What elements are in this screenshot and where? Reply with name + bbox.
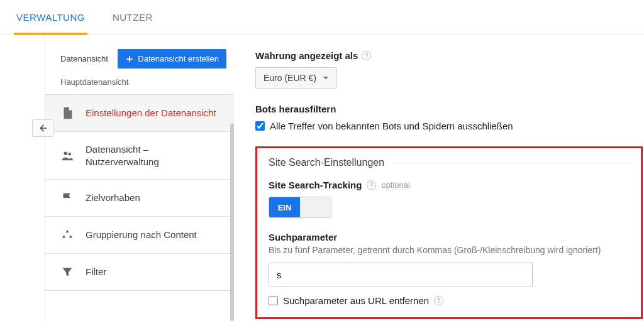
search-param-input[interactable]: [269, 263, 533, 286]
site-search-fieldset-title: Site Search-Einstellungen: [269, 157, 384, 168]
flag-icon: [60, 191, 74, 205]
tab-admin[interactable]: VERWALTUNG: [16, 0, 85, 35]
divider: [393, 163, 630, 163]
tab-users[interactable]: NUTZER: [113, 0, 153, 35]
top-tabs: VERWALTUNG NUTZER: [0, 0, 644, 35]
create-view-button-label: Datenansicht erstellen: [138, 54, 219, 63]
nav-item-view-settings[interactable]: Einstellungen der Datenansicht: [45, 95, 234, 132]
svg-point-0: [64, 151, 68, 155]
nav-item-label: Filter: [86, 266, 106, 278]
nav-item-label: Zielvorhaben: [86, 192, 140, 204]
search-param-hint: Bis zu fünf Parameter, getrennt durch Ko…: [269, 245, 630, 255]
nav-item-goals[interactable]: Zielvorhaben: [45, 180, 234, 217]
site-search-tracking-label: Site Search-Tracking: [269, 180, 362, 190]
bots-heading: Bots herausfiltern: [255, 104, 336, 114]
sidebar-nav: Einstellungen der Datenansicht Datenansi…: [45, 95, 234, 291]
left-gutter: [0, 35, 45, 321]
bots-checkbox-row[interactable]: Alle Treffer von bekannten Bots und Spid…: [255, 121, 644, 131]
help-icon[interactable]: ?: [362, 51, 371, 60]
create-view-button[interactable]: Datenansicht erstellen: [118, 49, 226, 68]
sidebar: Datenansicht Datenansicht erstellen Haup…: [45, 35, 234, 321]
nav-item-content-grouping[interactable]: Gruppierung nach Content: [45, 217, 234, 254]
site-search-highlight: Site Search-Einstellungen Site Search-Tr…: [255, 146, 643, 319]
currency-dropdown-value: Euro (EUR €): [264, 73, 316, 83]
plus-icon: [125, 55, 134, 63]
optional-badge: optional: [381, 180, 410, 190]
funnel-icon: [60, 265, 74, 279]
nav-item-label: Gruppierung nach Content: [86, 229, 197, 241]
currency-section: Währung angezeigt als ? Euro (EUR €): [255, 50, 644, 89]
help-icon[interactable]: ?: [367, 180, 376, 190]
toggle-on-label: EIN: [269, 197, 300, 217]
toggle-off-half: [300, 197, 331, 217]
nav-item-label: Einstellungen der Datenansicht: [86, 107, 216, 119]
currency-heading: Währung angezeigt als: [255, 50, 358, 61]
sidebar-view-label: Datenansicht: [60, 54, 108, 63]
chevron-down-icon: [323, 75, 329, 81]
nav-item-filters[interactable]: Filter: [45, 254, 234, 291]
help-icon[interactable]: ?: [434, 296, 443, 305]
content-group-icon: [60, 228, 74, 242]
users-icon: [60, 149, 74, 163]
bots-checkbox-label: Alle Treffer von bekannten Bots und Spid…: [270, 121, 513, 131]
bots-section: Bots herausfiltern Alle Treffer von beka…: [255, 104, 644, 131]
back-button[interactable]: [32, 119, 53, 137]
document-icon: [60, 106, 74, 120]
bots-checkbox[interactable]: [255, 121, 265, 131]
svg-point-1: [68, 152, 71, 155]
strip-param-label: Suchparameter aus URL entfernen: [283, 295, 429, 306]
content-panel: Währung angezeigt als ? Euro (EUR €) Bot…: [234, 35, 644, 321]
search-param-heading: Suchparameter: [269, 232, 630, 242]
arrow-back-icon: [37, 122, 48, 134]
nav-item-user-management[interactable]: Datenansicht – Nutzerverwaltung: [45, 132, 234, 180]
nav-item-label: Datenansicht – Nutzerverwaltung: [86, 143, 219, 168]
currency-dropdown[interactable]: Euro (EUR €): [255, 67, 337, 89]
strip-param-checkbox[interactable]: [269, 296, 278, 305]
site-search-toggle[interactable]: EIN: [269, 197, 331, 218]
sidebar-main-view-label: Hauptdatenansicht: [45, 68, 234, 95]
strip-param-row[interactable]: Suchparameter aus URL entfernen ?: [269, 295, 630, 306]
